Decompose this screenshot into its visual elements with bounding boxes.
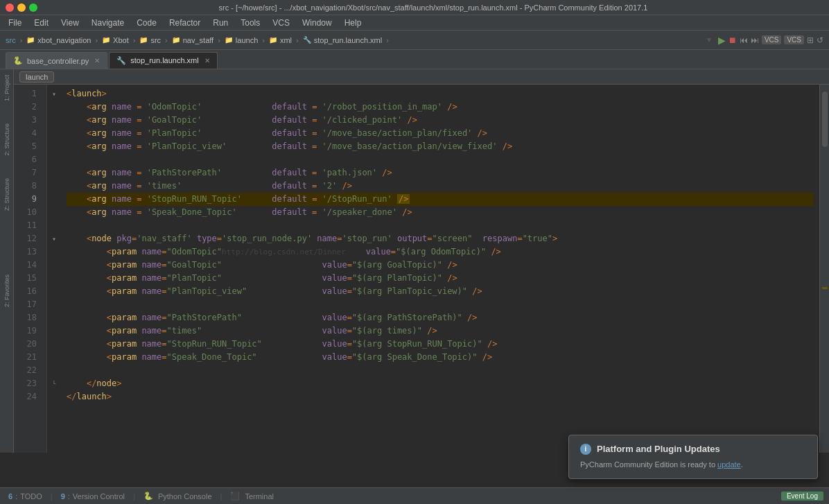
- todo-sep: :: [15, 492, 17, 501]
- menu-navigate[interactable]: Navigate: [86, 17, 130, 29]
- back-button[interactable]: ⏮: [740, 35, 748, 45]
- menu-view[interactable]: View: [55, 17, 85, 29]
- notification-body-text: PyCharm Community Edition is ready to: [580, 460, 717, 469]
- tab-label-stop-run-xml: stop_run.launch.xml: [130, 56, 198, 64]
- menu-edit[interactable]: Edit: [28, 17, 54, 29]
- line-num-7: 7: [14, 166, 41, 180]
- menu-tools[interactable]: Tools: [235, 17, 265, 29]
- gutter-3: [47, 114, 61, 127]
- tab-close-stop-run-xml[interactable]: ✕: [204, 57, 210, 64]
- main-layout: 1: Project 2: Structure Z: Structure 2: …: [0, 69, 829, 453]
- menu-help[interactable]: Help: [339, 17, 367, 29]
- notification-body: PyCharm Community Edition is ready to up…: [580, 459, 806, 471]
- editor-area: launch 1 2 3 4 5 6 7 8 9 10 11 12 13 14 …: [14, 69, 829, 453]
- tab-python-console[interactable]: 🐍 Python Console: [141, 488, 215, 504]
- vc-label: Version Control: [73, 492, 125, 501]
- line-num-20: 20: [14, 338, 41, 351]
- sidebar-item-structure[interactable]: 2: Structure: [2, 121, 12, 159]
- tab-stop-run-xml[interactable]: 🔧 stop_run.launch.xml ✕: [109, 52, 217, 69]
- notification-title: i Platform and Plugin Updates: [580, 444, 806, 455]
- menu-vcs[interactable]: VCS: [267, 17, 295, 29]
- menu-code[interactable]: Code: [131, 17, 162, 29]
- folder-icon-xbot-nav: 📁: [26, 36, 35, 44]
- vc-sep: :: [68, 492, 70, 501]
- code-gutter: ▾ ▾: [47, 85, 61, 453]
- code-line-9: <arg name = 'StopRun_RUN_Topic' default …: [67, 193, 814, 206]
- event-log-area: Event Log: [781, 492, 823, 501]
- gutter-23[interactable]: └: [47, 377, 61, 390]
- line-num-22: 22: [14, 364, 41, 377]
- gutter-12[interactable]: ▾: [47, 232, 61, 245]
- code-line-2: <arg name = 'OdomTopic' default = '/robo…: [67, 101, 814, 114]
- gutter-2: [47, 101, 61, 114]
- event-log-badge[interactable]: Event Log: [781, 492, 823, 501]
- title-bar: src - [~/howe/src] - .../xbot_navigation…: [0, 0, 829, 15]
- sidebar-item-z-structure[interactable]: Z: Structure: [2, 175, 12, 214]
- breadcrumb-src2[interactable]: src: [150, 36, 161, 44]
- gutter-1[interactable]: ▾: [47, 87, 61, 101]
- line-num-9: 9: [14, 193, 41, 206]
- line-num-3: 3: [14, 114, 41, 127]
- gutter-5: [47, 140, 61, 153]
- minimize-button[interactable]: [17, 3, 26, 12]
- left-panel-icons: 1: Project 2: Structure Z: Structure 2: …: [0, 69, 14, 453]
- tab-terminal[interactable]: ⬛ Terminal: [227, 488, 277, 504]
- sidebar-item-favorites[interactable]: 2: Favorites: [2, 272, 12, 310]
- close-button[interactable]: [6, 3, 14, 12]
- gutter-20: [47, 338, 61, 351]
- line-num-24: 24: [14, 390, 41, 403]
- xml-file-icon: 🔧: [116, 55, 126, 65]
- gutter-18: [47, 311, 61, 324]
- tab-close-base-controller[interactable]: ✕: [94, 57, 100, 64]
- navigation-toolbar: src › 📁 xbot_navigation › 📁 Xbot › 📁 src…: [0, 31, 829, 50]
- breadcrumb-src[interactable]: src: [6, 36, 16, 44]
- sidebar-item-project[interactable]: 1: Project: [2, 72, 12, 104]
- code-line-23: </node>: [67, 377, 814, 390]
- menu-window[interactable]: Window: [297, 17, 338, 29]
- tab-version-control[interactable]: 9 : Version Control: [58, 488, 128, 504]
- code-line-21: <param name="Speak_Done_Topic" value="$(…: [67, 351, 814, 364]
- line-num-21: 21: [14, 351, 41, 364]
- scrollbar[interactable]: [819, 85, 829, 453]
- line-num-10: 10: [14, 206, 41, 219]
- code-line-8: <arg name = 'times' default = '2' />: [67, 180, 814, 193]
- breadcrumb-xml[interactable]: xml: [280, 36, 292, 44]
- launch-breadcrumb-badge: launch: [19, 71, 54, 82]
- python-console-icon: 🐍: [143, 492, 153, 501]
- gutter-4: [47, 127, 61, 140]
- code-line-13: <param name="OdomTopic"http://blog.csdn.…: [67, 245, 814, 259]
- line-num-19: 19: [14, 324, 41, 338]
- menu-run[interactable]: Run: [207, 17, 234, 29]
- stop-button[interactable]: ⏹: [728, 35, 737, 45]
- breadcrumb-launch[interactable]: launch: [236, 36, 258, 44]
- gutter-14: [47, 259, 61, 272]
- breadcrumb-nav-staff[interactable]: nav_staff: [183, 36, 213, 44]
- code-view: 1 2 3 4 5 6 7 8 9 10 11 12 13 14 15 16 1…: [14, 85, 829, 453]
- vcs-icon2: VCS: [784, 35, 804, 44]
- scroll-thumb[interactable]: [822, 92, 828, 147]
- line-num-8: 8: [14, 180, 41, 193]
- forward-button[interactable]: ⏭: [751, 35, 759, 45]
- breadcrumb-xbot-navigation[interactable]: xbot_navigation: [37, 36, 91, 44]
- menu-refactor[interactable]: Refactor: [164, 17, 206, 29]
- run-button[interactable]: ▶: [718, 35, 726, 46]
- todo-label: TODO: [20, 492, 42, 501]
- menu-file[interactable]: File: [3, 17, 27, 29]
- info-icon: i: [580, 444, 591, 455]
- refresh-icon[interactable]: ↺: [817, 35, 823, 45]
- breadcrumb-stop-run-xml[interactable]: stop_run.launch.xml: [314, 36, 382, 44]
- tab-base-controller[interactable]: 🐍 base_controller.py ✕: [6, 52, 107, 69]
- breadcrumb-xbot[interactable]: Xbot: [113, 36, 129, 44]
- gutter-9: [47, 193, 61, 206]
- maximize-button[interactable]: [29, 3, 37, 12]
- tab-todo[interactable]: 6 : TODO: [6, 488, 45, 504]
- code-line-17: [67, 298, 814, 311]
- file-icon-launch: 🔧: [303, 36, 311, 44]
- line-num-18: 18: [14, 311, 41, 324]
- code-content[interactable]: <launch> <arg name = 'OdomTopic' default…: [61, 85, 819, 453]
- line-num-2: 2: [14, 101, 41, 114]
- line-num-5: 5: [14, 140, 41, 153]
- code-line-3: <arg name = 'GoalTopic' default = '/clic…: [67, 114, 814, 127]
- code-line-24: </launch>: [67, 390, 814, 403]
- notification-link[interactable]: update: [717, 460, 741, 469]
